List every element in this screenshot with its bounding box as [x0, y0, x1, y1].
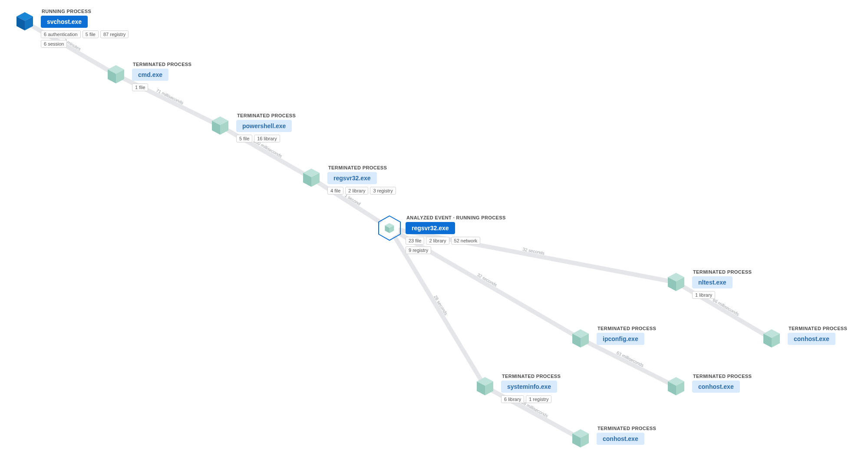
process-node-nltest[interactable]: TERMINATED PROCESSnltest.exe1 library — [664, 269, 752, 299]
node-status: TERMINATED PROCESS — [237, 113, 296, 118]
tag[interactable]: 9 registry — [406, 246, 431, 254]
cube-icon — [569, 426, 592, 452]
tag-label: library — [699, 292, 712, 298]
tag[interactable]: 52 network — [451, 237, 481, 245]
tag-label: registry — [110, 32, 125, 37]
edge-label: 32 seconds — [476, 272, 498, 288]
tag-label: file — [243, 136, 249, 141]
node-tags: 6 library1 registry — [501, 395, 551, 403]
tag-label: registry — [377, 188, 393, 193]
cube-icon — [664, 374, 688, 400]
tag-count: 6 — [44, 32, 46, 37]
node-name[interactable]: conhost.exe — [692, 381, 740, 393]
node-name[interactable]: cmd.exe — [132, 69, 168, 81]
tag[interactable]: 1 file — [132, 83, 148, 91]
tag[interactable]: 87 registry — [100, 30, 129, 38]
process-node-systeminfo[interactable]: TERMINATED PROCESSsysteminfo.exe6 librar… — [473, 374, 561, 403]
node-tags: 23 file2 library52 network9 registry — [406, 237, 497, 254]
tag[interactable]: 6 library — [501, 395, 524, 403]
process-node-regsvr1[interactable]: TERMINATED PROCESSregsvr32.exe4 file2 li… — [300, 165, 396, 195]
tag[interactable]: 5 file — [236, 135, 252, 142]
tag-count: 5 — [239, 136, 242, 141]
tag-label: library — [264, 136, 277, 141]
node-status: TERMINATED PROCESS — [597, 426, 656, 431]
tag-label: registry — [533, 397, 548, 402]
edge-label: 66 milliseconds — [712, 298, 740, 317]
cube-icon — [300, 165, 323, 191]
node-status: TERMINATED PROCESS — [328, 165, 387, 170]
cube-icon — [104, 62, 128, 88]
tag[interactable]: 2 library — [345, 187, 368, 195]
process-node-svchost[interactable]: RUNNING PROCESSsvchost.exe6 authenticati… — [13, 9, 132, 48]
node-status: ANALYZED EVENT · RUNNING PROCESS — [406, 215, 506, 220]
node-name[interactable]: regsvr32.exe — [406, 222, 455, 234]
cube-icon — [664, 269, 688, 295]
node-status: TERMINATED PROCESS — [693, 269, 752, 275]
tag-label: library — [508, 397, 521, 402]
tag-count: 2 — [429, 238, 432, 243]
node-status: TERMINATED PROCESS — [789, 326, 847, 331]
node-name[interactable]: powershell.exe — [236, 120, 292, 132]
tag-label: file — [89, 32, 96, 37]
tag[interactable]: 4 file — [327, 187, 343, 195]
process-node-cmd[interactable]: TERMINATED PROCESScmd.exe1 file — [104, 62, 191, 91]
node-status: TERMINATED PROCESS — [597, 326, 656, 331]
process-node-ipconfig[interactable]: TERMINATED PROCESSipconfig.exe — [569, 326, 656, 352]
tag-count: 2 — [348, 188, 351, 193]
tag[interactable]: 6 session — [41, 40, 67, 48]
tag-count: 5 — [86, 32, 88, 37]
edge-label: 1 second — [344, 193, 361, 206]
tag-label: registry — [413, 248, 428, 253]
node-tags: 1 library — [692, 291, 715, 299]
edge-label: 28 seconds — [433, 295, 449, 316]
cube-icon — [760, 326, 783, 352]
tag-count: 87 — [103, 32, 109, 37]
tag-count: 6 — [44, 41, 46, 46]
node-name[interactable]: conhost.exe — [597, 433, 644, 445]
edge-label: 63 milliseconds — [616, 350, 644, 368]
tag-label: file — [139, 85, 145, 90]
node-status: TERMINATED PROCESS — [502, 374, 561, 379]
node-status: RUNNING PROCESS — [42, 9, 91, 14]
node-name[interactable]: conhost.exe — [788, 333, 835, 345]
tag-count: 1 — [135, 85, 138, 90]
tag[interactable]: 16 library — [254, 135, 280, 142]
process-node-conhost_si[interactable]: TERMINATED PROCESSconhost.exe — [569, 426, 656, 452]
tag-count: 6 — [504, 397, 507, 402]
edge-label: 32 seconds — [522, 247, 545, 255]
process-node-analyzed[interactable]: ANALYZED EVENT · RUNNING PROCESSregsvr32… — [378, 215, 506, 254]
tag-label: library — [433, 238, 446, 243]
cube-icon — [13, 9, 36, 35]
tag[interactable]: 23 file — [406, 237, 424, 245]
tag-count: 1 — [529, 397, 531, 402]
tag-count: 4 — [330, 188, 333, 193]
tag-count: 52 — [454, 238, 459, 243]
tag[interactable]: 1 library — [692, 291, 715, 299]
tag-label: library — [352, 188, 365, 193]
tag-label: file — [415, 238, 421, 243]
tag[interactable]: 1 registry — [526, 395, 551, 403]
tag-count: 1 — [695, 292, 698, 298]
tag-count: 16 — [257, 136, 262, 141]
tag[interactable]: 5 file — [83, 30, 99, 38]
node-status: TERMINATED PROCESS — [133, 62, 191, 67]
node-status: TERMINATED PROCESS — [693, 374, 752, 379]
tag[interactable]: 3 registry — [370, 187, 396, 195]
node-name[interactable]: systeminfo.exe — [501, 381, 557, 393]
cube-icon — [378, 215, 401, 241]
node-name[interactable]: regsvr32.exe — [327, 172, 377, 184]
tag-count: 3 — [373, 188, 376, 193]
tag[interactable]: 2 library — [426, 237, 449, 245]
node-tags: 6 authentication5 file87 registry6 sessi… — [41, 30, 132, 48]
process-node-powershell[interactable]: TERMINATED PROCESSpowershell.exe5 file16… — [208, 113, 296, 142]
node-name[interactable]: svchost.exe — [41, 16, 88, 28]
node-name[interactable]: nltest.exe — [692, 276, 733, 288]
node-name[interactable]: ipconfig.exe — [597, 333, 644, 345]
cube-icon — [569, 326, 592, 352]
tag[interactable]: 6 authentication — [41, 30, 81, 38]
tag-label: file — [334, 188, 340, 193]
process-node-conhost_ip[interactable]: TERMINATED PROCESSconhost.exe — [664, 374, 752, 400]
process-node-conhost_nl[interactable]: TERMINATED PROCESSconhost.exe — [760, 326, 847, 352]
tag-count: 9 — [409, 248, 411, 253]
cube-icon — [208, 113, 232, 139]
